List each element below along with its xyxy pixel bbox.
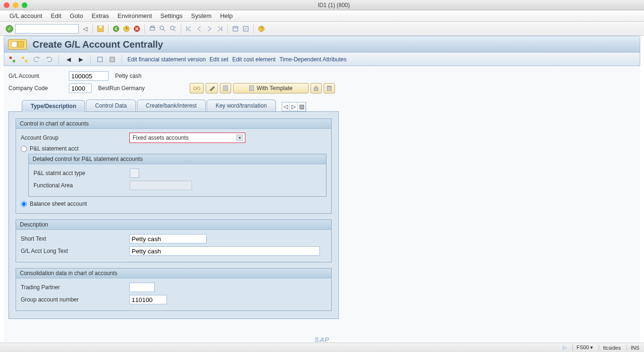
svg-rect-28 <box>223 85 228 91</box>
titlebar: ID1 (1) (800) <box>0 0 644 10</box>
command-field[interactable] <box>15 24 79 34</box>
document-button[interactable] <box>220 83 231 93</box>
link-edit-fsv[interactable]: Edit financial statement version <box>127 56 206 63</box>
tab-scroll-right-icon[interactable]: ▷ <box>290 102 298 111</box>
window-title: ID1 (1) (800) <box>27 2 640 8</box>
svg-text:?: ? <box>260 26 263 32</box>
svg-rect-6 <box>151 26 154 27</box>
prev-page-icon[interactable] <box>195 25 203 33</box>
prev-record-icon[interactable]: ◀ <box>64 55 73 64</box>
first-page-icon[interactable] <box>184 25 193 33</box>
shortcut-icon[interactable] <box>242 25 250 33</box>
svg-rect-24 <box>110 57 115 62</box>
short-text-input[interactable] <box>129 234 207 243</box>
svg-rect-21 <box>22 57 24 59</box>
svg-rect-31 <box>327 86 331 91</box>
pl-type-input[interactable] <box>130 168 139 178</box>
undo-icon[interactable] <box>33 55 41 64</box>
next-record-icon[interactable]: ▶ <box>76 55 85 64</box>
transaction-icon <box>8 39 27 50</box>
balance-sheet-label: Balance sheet account <box>30 201 87 207</box>
exit-icon[interactable] <box>122 25 131 33</box>
link-edit-set[interactable]: Edit set <box>209 56 228 63</box>
tab-create-bank-interest[interactable]: Create/bank/interest <box>137 100 206 111</box>
menu-settings[interactable]: Settings <box>160 12 183 19</box>
tab-keyword-translation[interactable]: Key word/translation <box>207 100 276 111</box>
functional-area-input[interactable] <box>130 181 192 190</box>
with-template-button[interactable]: With Template <box>233 83 309 93</box>
find-next-icon[interactable]: + <box>169 25 177 33</box>
company-code-label: Company Code <box>8 85 69 92</box>
statusbar: ▷ FS00 ▾ ttcsides INS <box>0 343 644 352</box>
menu-help[interactable]: Help <box>220 12 233 19</box>
account-group-select[interactable]: Fixed assets accounts ▾ <box>129 133 245 143</box>
display-change-icon[interactable] <box>96 55 104 64</box>
gl-account-input[interactable] <box>69 71 109 81</box>
glasses-button[interactable] <box>190 83 204 93</box>
menu-edit[interactable]: Edit <box>51 12 61 19</box>
svg-point-2 <box>113 26 119 32</box>
trading-partner-input[interactable] <box>129 283 155 292</box>
long-text-label: G/L Acct Long Text <box>21 248 129 254</box>
svg-rect-22 <box>25 60 27 62</box>
group-account-label: Group account number <box>21 296 129 303</box>
group-account-input[interactable] <box>129 295 167 304</box>
pencil-button[interactable] <box>206 83 218 93</box>
company-code-input[interactable] <box>69 84 92 93</box>
svg-point-9 <box>170 26 174 30</box>
tab-type-description[interactable]: Type/Description <box>22 100 85 112</box>
cancel-icon[interactable] <box>133 25 141 33</box>
other-object-icon[interactable] <box>108 55 117 64</box>
menu-environment[interactable]: Environment <box>117 12 152 19</box>
group-chart-control-title: Control in chart of accounts <box>16 119 331 129</box>
hierarchy-icon[interactable] <box>8 55 17 64</box>
tabstrip: Type/Description Control Data Create/ban… <box>8 98 636 111</box>
print-icon[interactable] <box>148 25 157 33</box>
link-edit-cost-element[interactable]: Edit cost element <box>232 56 276 63</box>
svg-rect-12 <box>233 26 238 31</box>
status-user: ttcsides <box>599 345 620 351</box>
lock-button[interactable] <box>310 83 322 93</box>
menu-goto[interactable]: Goto <box>70 12 83 19</box>
account-group-label: Account Group <box>21 134 129 141</box>
menu-extras[interactable]: Extras <box>92 12 109 19</box>
redo-icon[interactable] <box>45 55 53 64</box>
link-time-dependent[interactable]: Time-Dependent Attributes <box>279 56 346 63</box>
pl-statement-radio[interactable] <box>21 146 27 152</box>
menu-system[interactable]: System <box>191 12 211 19</box>
tab-list-icon[interactable]: ▤ <box>298 102 306 111</box>
company-code-desc: BestRun Germany <box>98 85 150 92</box>
next-page-icon[interactable] <box>205 25 214 33</box>
back-icon[interactable] <box>112 25 120 33</box>
minimize-window-button[interactable] <box>13 2 18 8</box>
group-description: Description Short Text G/L Acct Long Tex… <box>16 219 332 262</box>
balance-sheet-radio[interactable] <box>21 201 27 207</box>
svg-rect-29 <box>249 85 254 91</box>
functional-area-label: Functional Area <box>33 182 130 189</box>
zoom-window-button[interactable] <box>22 2 27 8</box>
svg-line-10 <box>174 29 176 31</box>
gl-account-desc: Petty cash <box>115 73 142 79</box>
pl-statement-label: P&L statement acct <box>30 145 79 152</box>
group-chart-control: Control in chart of accounts Account Gro… <box>16 118 332 214</box>
last-page-icon[interactable] <box>216 25 224 33</box>
status-dropdown-icon[interactable]: ▾ <box>590 344 593 350</box>
tab-control-data[interactable]: Control Data <box>86 100 135 111</box>
enter-icon[interactable]: ✓ <box>6 25 13 33</box>
tab-scroll-left-icon[interactable]: ◁ <box>282 102 290 111</box>
dropdown-icon[interactable]: ◁ <box>81 25 89 33</box>
menubar: G/L account Edit Goto Extras Environment… <box>0 10 644 22</box>
long-text-input[interactable] <box>129 246 320 256</box>
menu-gl-account[interactable]: G/L account <box>9 12 42 19</box>
tab-panel: Control in chart of accounts Account Gro… <box>8 111 339 319</box>
status-arrow-icon[interactable]: ▷ <box>563 344 567 351</box>
help-icon[interactable]: ? <box>257 25 266 33</box>
close-window-button[interactable] <box>4 2 9 8</box>
svg-rect-5 <box>150 27 155 30</box>
new-session-icon[interactable] <box>231 25 240 33</box>
hierarchy2-icon[interactable] <box>20 55 29 64</box>
delete-button[interactable] <box>324 83 335 93</box>
find-icon[interactable] <box>159 25 167 33</box>
save-icon[interactable] <box>96 25 105 33</box>
svg-point-7 <box>160 26 164 30</box>
